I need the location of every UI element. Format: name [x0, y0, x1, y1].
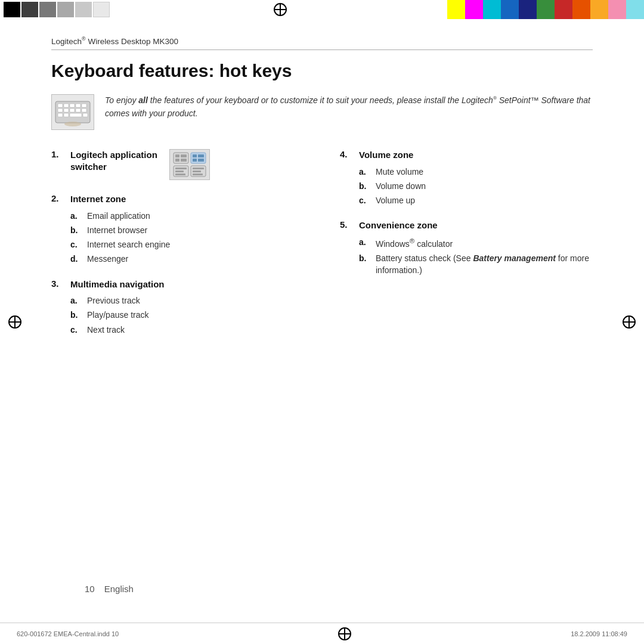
color-blue: [501, 0, 519, 19]
svg-rect-31: [193, 168, 204, 169]
svg-rect-20: [181, 159, 187, 162]
page-number-area: 10 English: [85, 584, 134, 594]
section-3-header: 3. Multimedia navigation: [51, 278, 304, 290]
svg-rect-7: [64, 109, 69, 112]
reg-block-mid: [39, 2, 56, 17]
crosshair-icon: [274, 3, 287, 16]
color-blocks-right: [447, 0, 644, 19]
color-green: [537, 0, 555, 19]
section-4: 4. Volume zone a. Mute volume b. Volume …: [340, 149, 593, 206]
intro-image: [51, 94, 94, 130]
col-right: 4. Volume zone a. Mute volume b. Volume …: [328, 149, 593, 349]
section-2-header: 2. Internet zone: [51, 193, 304, 205]
reg-block-black: [4, 2, 20, 17]
page-heading: Keyboard features: hot keys: [51, 61, 593, 82]
product-suffix: Wireless Desktop MK300: [86, 37, 178, 46]
section-5-item-a: a. Windows® calculator: [359, 236, 593, 250]
intro-text-before: To enjoy: [105, 95, 138, 105]
footer-right: 18.2.2009 11:08:49: [571, 630, 627, 637]
color-yellow-warm: [590, 0, 608, 19]
section-1: 1. Logitech applicationswitcher: [51, 149, 304, 180]
svg-rect-11: [58, 113, 63, 117]
section-3-item-b: b. Play/pause track: [70, 309, 304, 321]
section-5-number: 5.: [340, 219, 353, 230]
section-5-subitems: a. Windows® calculator b. Battery status…: [359, 236, 593, 277]
sub-letter-5b: b.: [359, 252, 370, 277]
color-yellow: [447, 0, 465, 19]
intro-text-after: the features of your keyboard or to cust…: [148, 95, 493, 105]
section-2-title: Internet zone: [70, 193, 126, 205]
svg-rect-29: [175, 174, 185, 175]
reg-block-dark: [21, 2, 38, 17]
main-content: Logitech® Wireless Desktop MK300 Keyboar…: [33, 19, 611, 623]
app-switcher-illustration: [172, 151, 207, 178]
intro-text-bold: all: [138, 95, 148, 105]
sub-letter-b: b.: [70, 224, 81, 236]
sub-text-a: Email application: [87, 210, 150, 222]
section-5-item-b: b. Battery status check (See Battery man…: [359, 252, 593, 277]
svg-rect-12: [64, 113, 69, 117]
sub-letter-a: a.: [70, 210, 81, 222]
footer-center: [338, 627, 351, 640]
section-2-subitems: a. Email application b. Internet browser…: [70, 210, 304, 265]
section-2-item-d: d. Messenger: [70, 253, 304, 265]
section-3-title: Multimedia navigation: [70, 278, 165, 290]
color-cyan: [483, 0, 501, 19]
sub-letter-d: d.: [70, 253, 81, 265]
svg-rect-18: [181, 154, 187, 157]
svg-rect-32: [193, 171, 201, 172]
svg-rect-27: [175, 168, 187, 169]
sub-letter-5a: a.: [359, 236, 370, 250]
svg-rect-4: [76, 104, 80, 107]
sub-letter-4b: b.: [359, 180, 370, 192]
bottom-strip: 620-001672 EMEA-Central.indd 10 18.2.200…: [0, 623, 644, 644]
left-crosshair-icon: [8, 315, 21, 329]
svg-rect-5: [82, 104, 86, 107]
section-5-title: Convenience zone: [359, 219, 438, 231]
svg-rect-25: [198, 159, 204, 162]
right-crosshair: [623, 315, 636, 329]
footer-left: 620-001672 EMEA-Central.indd 10: [17, 630, 119, 637]
sub-text-5b: Battery status check (See Battery manage…: [376, 252, 593, 277]
section-4-title: Volume zone: [359, 149, 413, 161]
section-1-header: 1. Logitech applicationswitcher: [51, 149, 304, 180]
section-3-subitems: a. Previous track b. Play/pause track c.…: [70, 295, 304, 336]
section-5-header: 5. Convenience zone: [340, 219, 593, 231]
section-4-item-a: a. Mute volume: [359, 166, 593, 178]
keyboard-illustration: [54, 97, 91, 128]
color-orange: [572, 0, 590, 19]
sub-letter-3b: b.: [70, 309, 81, 321]
col-left: 1. Logitech applicationswitcher: [51, 149, 328, 349]
product-sup: ®: [82, 36, 86, 42]
section-1-image: [169, 149, 210, 180]
section-4-item-c: c. Volume up: [359, 194, 593, 206]
sub-letter-4c: c.: [359, 194, 370, 206]
svg-rect-33: [193, 174, 203, 175]
page-language: English: [104, 584, 134, 594]
sub-text-3a: Previous track: [87, 295, 140, 306]
product-title: Logitech® Wireless Desktop MK300: [51, 36, 593, 50]
svg-rect-13: [70, 113, 82, 117]
sub-letter-3c: c.: [70, 324, 81, 336]
svg-rect-14: [83, 113, 88, 117]
section-2: 2. Internet zone a. Email application b.…: [51, 193, 304, 265]
svg-rect-21: [191, 153, 206, 163]
features-columns: 1. Logitech applicationswitcher: [51, 149, 593, 349]
svg-rect-1: [58, 104, 63, 107]
section-4-header: 4. Volume zone: [340, 149, 593, 161]
section-2-item-b: b. Internet browser: [70, 224, 304, 236]
sub-letter-c: c.: [70, 239, 81, 250]
svg-rect-24: [193, 159, 197, 162]
sub-text-4c: Volume up: [376, 194, 415, 206]
section-1-title: Logitech applicationswitcher: [70, 149, 157, 172]
section-2-item-c: c. Internet search engine: [70, 239, 304, 250]
section-2-number: 2.: [51, 193, 64, 203]
section-3-number: 3.: [51, 278, 64, 289]
svg-rect-8: [70, 109, 75, 112]
color-dark-blue: [519, 0, 537, 19]
sub-text-d: Messenger: [87, 253, 128, 265]
svg-rect-10: [82, 109, 86, 112]
svg-rect-3: [70, 104, 75, 107]
sub-text-b: Internet browser: [87, 224, 147, 236]
color-light-cyan: [626, 0, 644, 19]
